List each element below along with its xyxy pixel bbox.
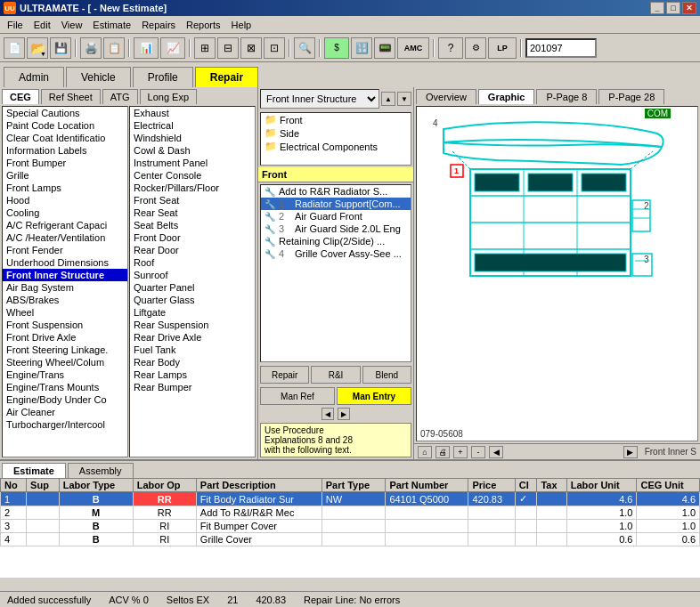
list-item[interactable]: ABS/Brakes <box>3 294 127 306</box>
list-item[interactable]: A/C Refrigerant Capaci <box>3 219 127 231</box>
list-item[interactable]: Engine/Body Under Co <box>3 393 127 406</box>
list-item[interactable]: Front Drive Axle <box>3 331 127 344</box>
list-item[interactable]: Engine/Trans Mounts <box>3 381 127 393</box>
subtab-ceg[interactable]: CEG <box>2 89 39 104</box>
list-item[interactable]: Sunroof <box>130 269 255 281</box>
list-item[interactable]: Hood <box>3 194 127 206</box>
tab-repair[interactable]: Repair <box>195 67 258 87</box>
list-item[interactable]: Steering Wheel/Colum <box>3 356 127 368</box>
list-item[interactable]: Liftgate <box>130 306 255 319</box>
graphic-zoom-out-btn[interactable]: - <box>471 446 485 458</box>
toolbar-settings[interactable]: ⚙ <box>465 37 486 59</box>
toolbar-btn3[interactable]: 📊 <box>134 37 159 59</box>
list-item[interactable]: Seat Belts <box>130 219 255 231</box>
list-item[interactable]: Center Console <box>130 169 255 182</box>
list-item[interactable]: Quarter Panel <box>130 281 255 294</box>
part-category-dropdown[interactable]: Front Inner Structure <box>260 89 379 109</box>
estimate-number-input[interactable] <box>525 38 597 58</box>
minimize-button[interactable]: _ <box>650 2 664 14</box>
toolbar-lp[interactable]: LP <box>488 37 517 59</box>
maximize-button[interactable]: □ <box>666 2 680 14</box>
toolbar-zoom[interactable]: 🔍 <box>294 37 315 59</box>
toolbar-dollar[interactable]: $ <box>324 37 349 59</box>
toolbar-print[interactable]: 🖨️ <box>80 37 102 59</box>
list-item[interactable]: Windshield <box>130 132 255 144</box>
list-item-front-inner[interactable]: Front Inner Structure <box>3 269 127 281</box>
folder-electrical[interactable]: 📁 Electrical Components <box>261 140 411 153</box>
menu-estimate[interactable]: Estimate <box>87 18 136 32</box>
list-item[interactable]: Special Cautions <box>3 107 127 119</box>
list-item[interactable]: Rocker/Pillars/Floor <box>130 182 255 194</box>
table-row[interactable]: 2 M RR Add To R&I/R&R Mec 1.0 1.0 <box>1 506 700 520</box>
menu-edit[interactable]: Edit <box>28 18 56 32</box>
list-item[interactable]: Air Cleaner <box>3 406 127 418</box>
list-item[interactable]: Clear Coat Identificatio <box>3 132 127 144</box>
list-item[interactable]: Fuel Tank <box>130 344 255 356</box>
toolbar-save[interactable]: 💾 <box>50 37 71 59</box>
tab-graphic[interactable]: Graphic <box>478 89 535 104</box>
list-item[interactable]: Rear Door <box>130 244 255 256</box>
toolbar-grid4[interactable]: ⊡ <box>264 37 285 59</box>
scroll-left-btn[interactable]: ◀ <box>322 408 334 420</box>
folder-side[interactable]: 📁 Side <box>261 126 411 140</box>
subtab-atg[interactable]: ATG <box>102 89 138 104</box>
tab-ppage8[interactable]: P-Page 8 <box>536 89 597 104</box>
tab-ppage28[interactable]: P-Page 28 <box>598 89 664 104</box>
man-entry-button[interactable]: Man Entry <box>337 387 411 405</box>
graphic-nav-btn[interactable]: ◀ <box>489 446 503 458</box>
toolbar-grid1[interactable]: ⊞ <box>194 37 216 59</box>
list-item[interactable]: Grille <box>3 169 127 182</box>
toolbar-grid3[interactable]: ⊠ <box>240 37 262 59</box>
list-item[interactable]: Exhaust <box>130 107 255 119</box>
list-item[interactable]: Front Fender <box>3 244 127 256</box>
list-item[interactable]: Electrical <box>130 119 255 132</box>
scroll-right-btn[interactable]: ▶ <box>338 408 350 420</box>
part-item-2[interactable]: 🔧 2 Air Guard Front <box>261 210 411 223</box>
toolbar-open[interactable]: 📂 ▼ <box>27 37 48 59</box>
toolbar-btn4[interactable]: 📈 <box>160 37 185 59</box>
list-item[interactable]: Wheel <box>3 306 127 319</box>
man-ref-button[interactable]: Man Ref <box>260 387 335 405</box>
list-item[interactable]: Instrument Panel <box>130 157 255 169</box>
list-item[interactable]: Engine/Trans <box>3 368 127 381</box>
toolbar-help[interactable]: ? <box>438 37 463 59</box>
close-button[interactable]: ✕ <box>682 2 696 14</box>
list-item[interactable]: Front Door <box>130 231 255 244</box>
tab-assembly[interactable]: Assembly <box>68 463 134 478</box>
list-item[interactable]: Quarter Glass <box>130 294 255 306</box>
part-item-4[interactable]: 🔧 4 Grille Cover Assy-See ... <box>261 247 411 260</box>
list-item[interactable]: Turbocharger/Intercool <box>3 418 127 431</box>
list-item[interactable]: Front Steering Linkage. <box>3 344 127 356</box>
table-row[interactable]: 1 B RR Fit Body Radiator Sur NW 64101 Q5… <box>1 492 700 506</box>
blend-button[interactable]: Blend <box>362 366 411 384</box>
list-item[interactable]: Cooling <box>3 206 127 219</box>
part-item-add-rr[interactable]: 🔧 Add to R&R Radiator S... <box>261 185 411 198</box>
scroll-down-btn[interactable]: ▼ <box>397 92 411 106</box>
list-item[interactable]: Front Seat <box>130 194 255 206</box>
list-item[interactable]: A/C /Heater/Ventilation <box>3 231 127 244</box>
part-item-clip[interactable]: 🔧 Retaining Clip(2/Side) ... <box>261 235 411 247</box>
list-item[interactable]: Front Suspension <box>3 319 127 331</box>
repair-button[interactable]: Repair <box>260 366 309 384</box>
toolbar-grid2[interactable]: ⊟ <box>217 37 239 59</box>
list-item[interactable]: Underhood Dimensions <box>3 256 127 269</box>
tab-estimate[interactable]: Estimate <box>2 463 66 478</box>
menu-file[interactable]: File <box>2 18 28 32</box>
list-item[interactable]: Rear Lamps <box>130 368 255 381</box>
list-item[interactable]: Front Bumper <box>3 157 127 169</box>
list-item[interactable]: Air Bag System <box>3 281 127 294</box>
toolbar-print2[interactable]: 📋 <box>103 37 125 59</box>
folder-front[interactable]: 📁 Front <box>261 113 411 126</box>
tab-vehicle[interactable]: Vehicle <box>66 67 131 87</box>
list-item[interactable]: Rear Drive Axle <box>130 331 255 344</box>
graphic-print-btn[interactable]: 🖨 <box>435 446 450 458</box>
list-item[interactable]: Information Labels <box>3 144 127 157</box>
subtab-refsheet[interactable]: Ref Sheet <box>41 89 101 104</box>
toolbar-calc[interactable]: 🔢 <box>351 37 372 59</box>
list-item[interactable]: Roof <box>130 256 255 269</box>
tab-profile[interactable]: Profile <box>133 67 193 87</box>
list-item[interactable]: Cowl & Dash <box>130 144 255 157</box>
menu-repairs[interactable]: Repairs <box>136 18 181 32</box>
tab-overview[interactable]: Overview <box>416 89 476 104</box>
list-item[interactable]: Rear Suspension <box>130 319 255 331</box>
